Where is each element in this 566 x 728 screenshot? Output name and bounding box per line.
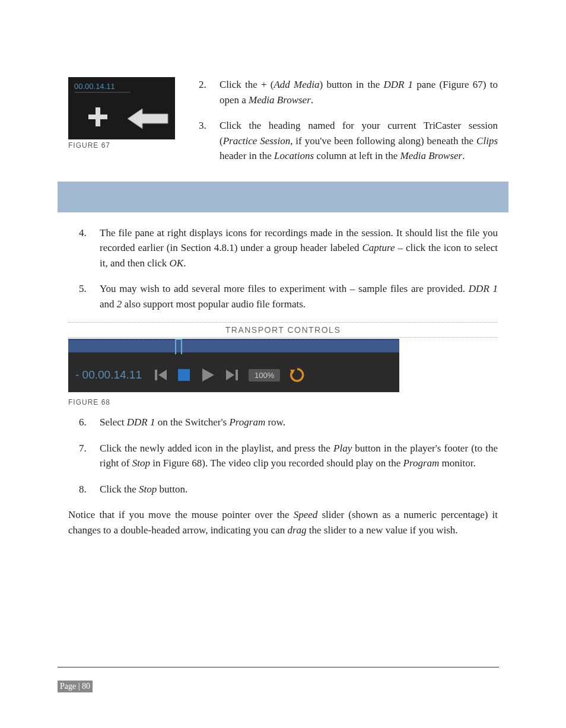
skip-back-icon (154, 368, 168, 382)
list-content: Click the heading named for your current… (220, 118, 498, 164)
final-paragraph: Notice that if you move the mouse pointe… (68, 507, 498, 538)
list-number: 8. (79, 482, 100, 497)
figure-68-timecode: - 00.00.14.11 (75, 368, 142, 382)
svg-marker-4 (158, 370, 167, 380)
list-content: Click the + (Add Media) button in the DD… (220, 77, 498, 107)
scrubber-track (68, 341, 399, 352)
list-number: 2. (199, 77, 220, 107)
list-content: Click the newly added icon in the playli… (100, 441, 498, 471)
figure-67-image: 00.00.14.11 (68, 77, 175, 139)
list-item-4: 4. The file pane at right displays icons… (79, 225, 498, 271)
svg-marker-6 (202, 368, 214, 382)
arrow-left-icon (128, 107, 169, 133)
play-icon (200, 367, 215, 383)
list-item-2: 2. Click the + (Add Media) button in the… (199, 77, 498, 107)
svg-rect-5 (178, 369, 190, 381)
footer-divider (58, 667, 499, 667)
list-number: 6. (79, 415, 100, 430)
figure-68-label: FIGURE 68 (68, 398, 498, 406)
page-number: Page | 80 (58, 681, 93, 692)
list-content: Select DDR 1 on the Switcher's Program r… (100, 415, 498, 430)
list-content: Click the Stop button. (100, 482, 498, 497)
svg-marker-2 (128, 109, 168, 129)
list-content: The file pane at right displays icons fo… (100, 225, 498, 271)
list-item-3: 3. Click the heading named for your curr… (199, 118, 498, 164)
skip-forward-icon (225, 368, 239, 382)
figure-67-label: FIGURE 67 (68, 141, 184, 150)
plus-icon (87, 106, 109, 132)
list-number: 3. (199, 118, 220, 164)
list-item-7: 7. Click the newly added icon in the pla… (79, 441, 498, 471)
figure-68-image: - 00.00.14.11 100% (68, 339, 399, 392)
list-number: 5. (79, 281, 100, 311)
list-item-8: 8. Click the Stop button. (79, 482, 498, 497)
svg-rect-8 (236, 370, 238, 380)
figure-67-container: 00.00.14.11 FIGURE 67 (68, 77, 184, 150)
svg-marker-7 (226, 370, 234, 380)
playhead-marker (175, 339, 182, 354)
list-item-6: 6. Select DDR 1 on the Switcher's Progra… (79, 415, 498, 430)
svg-rect-3 (155, 370, 157, 380)
svg-rect-1 (88, 115, 107, 119)
list-number: 4. (79, 225, 100, 271)
loop-icon (290, 367, 305, 383)
body-numbered-list: 4. The file pane at right displays icons… (68, 225, 498, 312)
figure-67-timecode: 00.00.14.11 (74, 82, 131, 93)
body-numbered-list-2: 6. Select DDR 1 on the Switcher's Progra… (68, 415, 498, 497)
list-number: 7. (79, 441, 100, 471)
list-item-5: 5. You may wish to add several more file… (79, 281, 498, 311)
page-footer: Page | 80 (58, 667, 498, 692)
speed-slider: 100% (249, 369, 280, 382)
stop-icon (177, 368, 190, 382)
list-content: You may wish to add several more files t… (100, 281, 498, 311)
blue-callout-box (58, 182, 508, 212)
section-heading-transport-controls: TRANSPORT CONTROLS (68, 322, 498, 338)
transport-controls-bar: - 00.00.14.11 100% (68, 363, 399, 387)
